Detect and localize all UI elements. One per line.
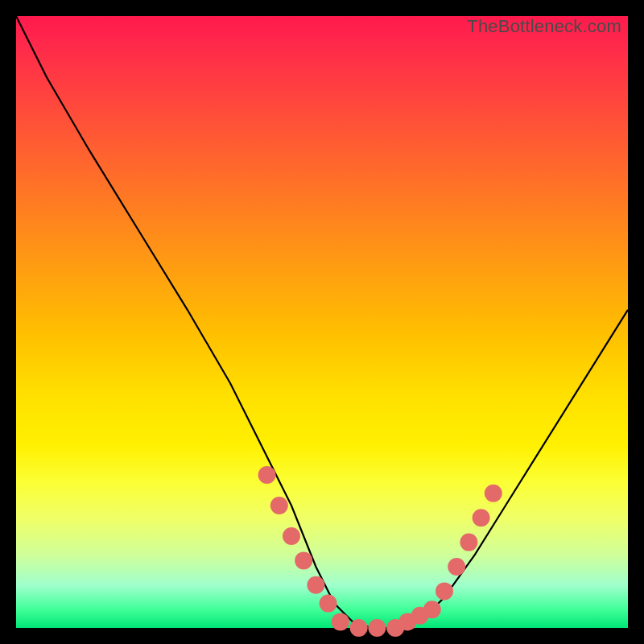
highlight-dot bbox=[283, 527, 300, 545]
highlight-dot bbox=[448, 558, 465, 576]
bottleneck-curve-path bbox=[16, 16, 628, 628]
highlight-dot bbox=[258, 466, 276, 484]
highlight-dot bbox=[350, 619, 368, 637]
highlight-dots bbox=[258, 466, 502, 637]
highlight-dot bbox=[368, 619, 386, 637]
highlight-dot bbox=[460, 534, 477, 551]
highlight-dot bbox=[295, 551, 312, 569]
highlight-dot bbox=[332, 613, 349, 630]
highlight-dot bbox=[485, 485, 502, 502]
highlight-dot bbox=[436, 582, 453, 600]
chart-canvas: TheBottleneck.com bbox=[16, 16, 628, 628]
highlight-dot bbox=[270, 497, 288, 514]
highlight-dot bbox=[423, 601, 441, 618]
highlight-dot bbox=[307, 576, 324, 594]
chart-svg bbox=[16, 16, 628, 628]
watermark-text: TheBottleneck.com bbox=[467, 16, 621, 37]
highlight-dot bbox=[320, 595, 337, 613]
highlight-dot bbox=[473, 509, 490, 526]
